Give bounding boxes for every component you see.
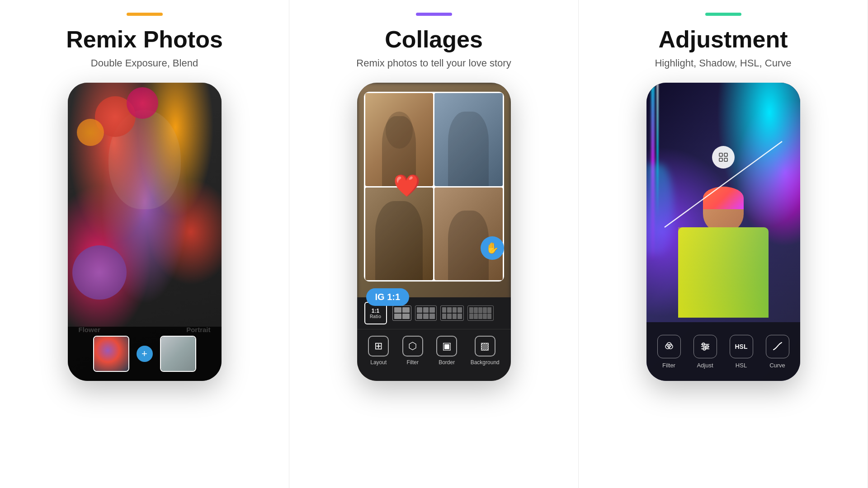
hsl-tool[interactable]: HSL HSL [730,335,753,369]
layout-icon: ⊞ [368,336,389,357]
adjustment-panel: Adjustment Highlight, Shadow, HSL, Curve [579,0,868,488]
flower-red-2 [127,87,158,119]
layout-2x2[interactable] [392,305,411,321]
collages-title: Collages [385,26,483,53]
add-blend-button[interactable]: + [137,346,153,362]
ig-badge[interactable]: IG 1:1 [366,288,410,306]
remix-phone: Flower Portrait + [68,83,222,381]
layout-label: Layout [370,359,387,366]
svg-rect-3 [719,158,722,161]
adjustment-toolbar: Filter Adjust [646,322,800,381]
hsl-label: HSL [736,362,747,369]
filter-icon: ⬡ [402,336,423,357]
resize-icon [718,152,729,163]
collage-cell-1 [365,93,434,186]
accent-bar-adjustment [705,13,741,16]
filter-tool-adj[interactable]: Filter [657,335,681,369]
flower-purple [72,245,127,300]
layout-3x2[interactable] [415,305,437,321]
heart-emoji: ❤️ [393,173,420,198]
border-tool[interactable]: ▣ Border [436,336,457,366]
curve-line-overlay [656,128,791,241]
adjustment-bg: Filter Adjust [646,83,800,381]
remix-thumbnail-bar: + [68,327,222,381]
ratio-label: Ratio [370,314,381,319]
adjust-icon [693,335,717,358]
collage-cell-4 [434,188,503,281]
curve-label: Curve [769,362,785,369]
remix-title: Remix Photos [66,26,223,53]
adjustment-title: Adjustment [659,26,788,53]
accent-bar-remix [127,13,163,16]
flower-thumbnail[interactable] [93,336,129,372]
background-label: Background [471,359,500,366]
curve-icon-svg [772,341,783,352]
flower-orange [77,119,104,146]
layout-4x2[interactable] [440,305,464,321]
accent-bar-collages [416,13,452,16]
flower-thumb-img [94,337,128,371]
hsl-text: HSL [735,343,748,350]
ratio-value: 1:1 [372,308,379,314]
collage-cell-2 [434,93,503,186]
filter-label: Filter [406,359,419,366]
svg-rect-2 [724,153,727,156]
adjust-label: Adjust [697,362,713,369]
adjustment-subtitle: Highlight, Shadow, HSL, Curve [655,57,791,69]
svg-rect-4 [724,158,727,161]
layout-tool[interactable]: ⊞ Layout [368,336,389,366]
collages-subtitle: Remix photos to tell your love story [356,57,511,69]
move-cursor-icon: ✋ [481,236,504,260]
layout-5x2[interactable] [467,305,494,321]
tool-circle-icon [712,146,735,169]
background-tool[interactable]: ▨ Background [471,336,500,366]
curve-svg [656,128,791,241]
portrait-thumbnail[interactable] [160,336,196,372]
sliders-icon-svg [699,341,711,352]
svg-rect-1 [719,153,722,156]
adjust-tool[interactable]: Adjust [693,335,717,369]
collages-bg: ❤️ ✋ IG 1:1 1:1 Ratio [357,83,511,381]
layout-options [392,305,494,321]
toolbar-icons-row: ⊞ Layout ⬡ Filter ▣ Border ▨ Background [357,329,511,369]
filter-icon-svg [663,341,675,352]
remix-subtitle: Double Exposure, Blend [91,57,198,69]
curve-icon [766,335,789,358]
remix-photo-bg: Flower Portrait + [68,83,222,381]
border-icon: ▣ [436,336,457,357]
curve-tool[interactable]: Curve [766,335,789,369]
collages-phone: ❤️ ✋ IG 1:1 1:1 Ratio [357,83,511,381]
collages-toolbar: 1:1 Ratio [357,297,511,381]
collage-cell-3 [365,188,434,281]
collages-panel: Collages Remix photos to tell your love … [289,0,579,488]
border-label: Border [439,359,455,366]
portrait-thumb-img [161,337,195,371]
plus-icon: + [142,348,147,360]
filter-tool[interactable]: ⬡ Filter [402,336,423,366]
hsl-icon: HSL [730,335,753,358]
background-icon: ▨ [475,336,495,357]
adjustment-phone: Filter Adjust [646,83,800,381]
filter-adj-icon [657,335,681,358]
remix-panel: Remix Photos Double Exposure, Blend Flow… [0,0,289,488]
filter-adj-label: Filter [662,362,675,369]
